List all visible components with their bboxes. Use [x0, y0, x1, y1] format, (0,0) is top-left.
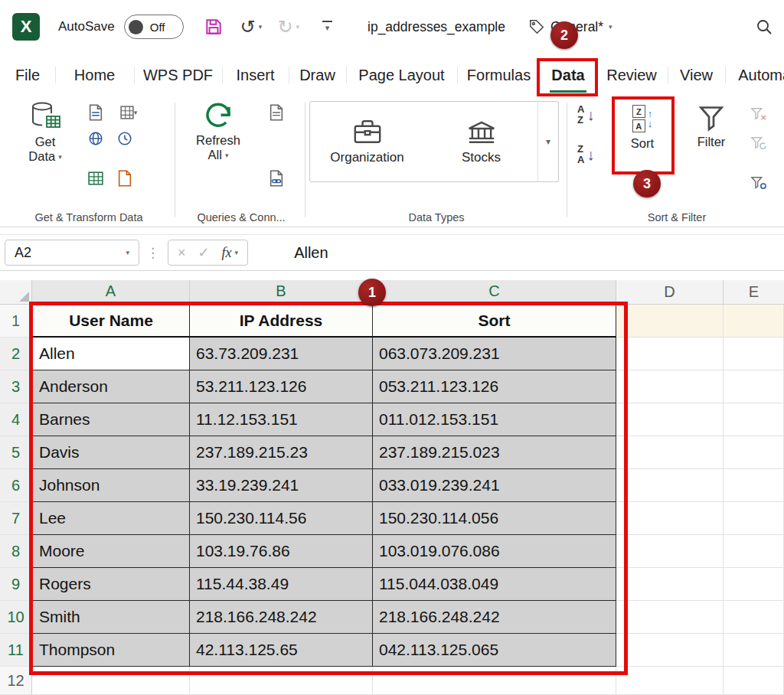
cell-D7[interactable]	[616, 502, 724, 535]
cell-D4[interactable]	[616, 403, 724, 436]
cell-E5[interactable]	[724, 436, 784, 469]
from-text-csv-button[interactable]	[86, 103, 106, 122]
cell-A7[interactable]: Lee	[32, 502, 190, 535]
row-header-7[interactable]: 7	[0, 502, 32, 535]
column-header-E[interactable]: E	[724, 280, 784, 304]
autosave-toggle[interactable]: Off	[124, 15, 184, 39]
from-web-button[interactable]	[86, 129, 106, 148]
sort-descending-button[interactable]: ZA ↓	[577, 144, 594, 165]
cell-C3[interactable]: 053.211.123.126	[373, 370, 616, 403]
from-picture-button[interactable]	[115, 168, 135, 188]
undo-button[interactable]: ↺ ▾	[240, 18, 263, 36]
cell-D1[interactable]	[616, 305, 724, 338]
cell-B1[interactable]: IP Address	[190, 305, 373, 338]
existing-connections-button[interactable]	[115, 129, 135, 148]
cell-B4[interactable]: 11.12.153.151	[190, 403, 373, 436]
cell-D12[interactable]	[616, 667, 724, 695]
refresh-all-button[interactable]: Refresh All ▾	[188, 100, 248, 162]
cell-D6[interactable]	[616, 469, 724, 502]
select-all-corner[interactable]	[0, 280, 32, 304]
recent-sources-button[interactable]: ▾	[115, 103, 142, 122]
from-table-range-button[interactable]	[86, 168, 106, 188]
formula-bar-value[interactable]: Allen	[294, 244, 328, 262]
cell-E6[interactable]	[724, 469, 784, 502]
cell-E12[interactable]	[724, 667, 784, 695]
cell-E11[interactable]	[724, 634, 784, 667]
cell-C9[interactable]: 115.044.038.049	[373, 568, 616, 601]
row-header-10[interactable]: 10	[0, 601, 32, 634]
cell-B10[interactable]: 218.166.248.242	[190, 601, 373, 634]
cell-A4[interactable]: Barnes	[32, 403, 190, 436]
tab-page-layout[interactable]: Page Layout	[346, 54, 457, 96]
cell-A8[interactable]: Moore	[32, 535, 190, 568]
row-header-2[interactable]: 2	[0, 338, 32, 370]
tab-formulas[interactable]: Formulas	[457, 54, 541, 96]
cell-B2[interactable]: 63.73.209.231	[190, 338, 373, 370]
sort-ascending-button[interactable]: AZ ↓	[577, 104, 594, 125]
cell-D8[interactable]	[616, 535, 724, 568]
cell-A2[interactable]: Allen	[32, 338, 190, 370]
cell-A6[interactable]: Johnson	[32, 469, 190, 502]
redo-button[interactable]: ↻ ▾	[277, 18, 299, 36]
row-header-6[interactable]: 6	[0, 469, 32, 502]
cell-B8[interactable]: 103.19.76.86	[190, 535, 373, 568]
cell-A9[interactable]: Rogers	[32, 568, 190, 601]
cell-B12[interactable]	[190, 667, 373, 695]
name-box[interactable]: A2 ▾	[5, 240, 139, 266]
cell-E7[interactable]	[724, 502, 784, 535]
row-header-5[interactable]: 5	[0, 436, 32, 469]
cell-E4[interactable]	[724, 403, 784, 436]
cell-B3[interactable]: 53.211.123.126	[190, 370, 373, 403]
cell-C12[interactable]	[373, 667, 616, 695]
gallery-more-button[interactable]: ▾	[537, 101, 559, 182]
enter-button[interactable]: ✓	[198, 244, 210, 261]
cell-E1[interactable]	[724, 305, 784, 338]
get-data-button[interactable]: Get Data ▾	[14, 100, 77, 164]
cell-C6[interactable]: 033.019.239.241	[373, 469, 616, 502]
cell-E3[interactable]	[724, 370, 784, 403]
row-header-11[interactable]: 11	[0, 634, 32, 667]
tab-insert[interactable]: Insert	[222, 54, 289, 96]
row-header-1[interactable]: 1	[0, 305, 32, 338]
clear-filter-button[interactable]	[749, 104, 769, 124]
row-header-8[interactable]: 8	[0, 535, 32, 568]
cell-A1[interactable]: User Name	[32, 305, 190, 338]
cell-D2[interactable]	[616, 338, 724, 370]
cell-C2[interactable]: 063.073.209.231	[373, 338, 616, 370]
cell-E10[interactable]	[724, 601, 784, 634]
tab-review[interactable]: Review	[596, 54, 668, 96]
row-header-4[interactable]: 4	[0, 403, 32, 436]
tab-automate[interactable]: Automate	[725, 54, 784, 96]
edit-links-button[interactable]	[266, 168, 286, 188]
cell-D3[interactable]	[616, 370, 724, 403]
cell-C8[interactable]: 103.019.076.086	[373, 535, 616, 568]
cell-B9[interactable]: 115.44.38.49	[190, 568, 373, 601]
cell-D9[interactable]	[616, 568, 724, 601]
row-header-12[interactable]: 12	[0, 667, 32, 695]
tab-data[interactable]: Data	[541, 54, 596, 96]
data-type-organization[interactable]: Organization	[310, 102, 424, 181]
column-header-A[interactable]: A	[32, 280, 190, 304]
cell-B5[interactable]: 237.189.215.23	[190, 436, 373, 469]
cell-B7[interactable]: 150.230.114.56	[190, 502, 373, 535]
row-header-3[interactable]: 3	[0, 370, 32, 403]
tab-file[interactable]: File	[0, 54, 55, 96]
cell-E2[interactable]	[724, 338, 784, 370]
insert-function-button[interactable]: fx ▾	[222, 245, 239, 261]
cell-E9[interactable]	[724, 568, 784, 601]
tab-view[interactable]: View	[668, 54, 725, 96]
cell-B6[interactable]: 33.19.239.241	[190, 469, 373, 502]
cell-A5[interactable]: Davis	[32, 436, 190, 469]
tab-draw[interactable]: Draw	[289, 54, 346, 96]
row-header-9[interactable]: 9	[0, 568, 32, 601]
cell-C5[interactable]: 237.189.215.023	[373, 436, 616, 469]
cell-A3[interactable]: Anderson	[32, 370, 190, 403]
cell-C7[interactable]: 150.230.114.056	[373, 502, 616, 535]
reapply-filter-button[interactable]	[749, 133, 769, 153]
cell-C4[interactable]: 011.012.153.151	[373, 403, 616, 436]
cell-A12[interactable]	[32, 667, 190, 695]
advanced-filter-button[interactable]	[749, 173, 769, 193]
cell-A11[interactable]: Thompson	[32, 634, 190, 667]
cell-C11[interactable]: 042.113.125.065	[373, 634, 616, 667]
cell-A10[interactable]: Smith	[32, 601, 190, 634]
